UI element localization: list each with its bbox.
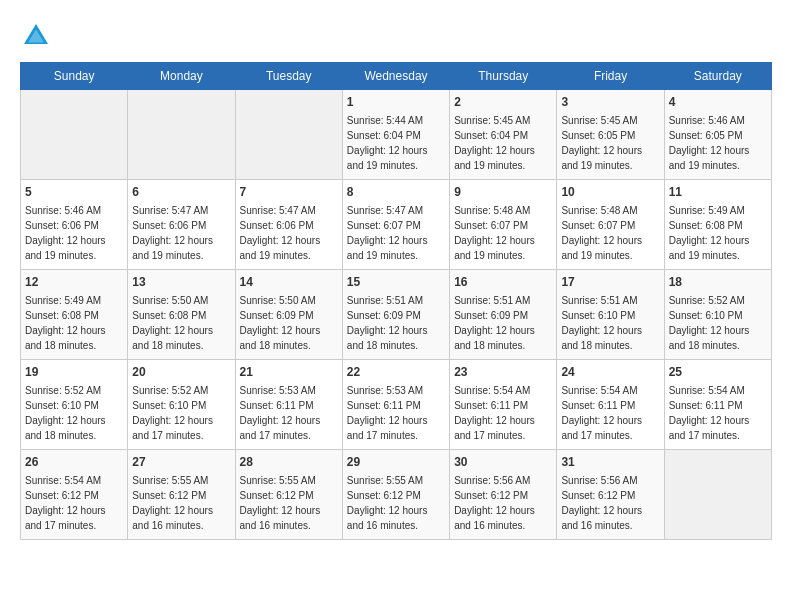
- day-info: Sunrise: 5:47 AM Sunset: 6:06 PM Dayligh…: [132, 205, 213, 261]
- day-info: Sunrise: 5:55 AM Sunset: 6:12 PM Dayligh…: [240, 475, 321, 531]
- day-number: 28: [240, 454, 338, 471]
- calendar-cell: 18Sunrise: 5:52 AM Sunset: 6:10 PM Dayli…: [664, 270, 771, 360]
- calendar-cell: 3Sunrise: 5:45 AM Sunset: 6:05 PM Daylig…: [557, 90, 664, 180]
- day-info: Sunrise: 5:45 AM Sunset: 6:05 PM Dayligh…: [561, 115, 642, 171]
- day-number: 12: [25, 274, 123, 291]
- calendar-cell: 6Sunrise: 5:47 AM Sunset: 6:06 PM Daylig…: [128, 180, 235, 270]
- day-info: Sunrise: 5:49 AM Sunset: 6:08 PM Dayligh…: [25, 295, 106, 351]
- weekday-tuesday: Tuesday: [235, 63, 342, 90]
- day-info: Sunrise: 5:50 AM Sunset: 6:08 PM Dayligh…: [132, 295, 213, 351]
- calendar-cell: [128, 90, 235, 180]
- day-number: 25: [669, 364, 767, 381]
- calendar-cell: 1Sunrise: 5:44 AM Sunset: 6:04 PM Daylig…: [342, 90, 449, 180]
- day-number: 2: [454, 94, 552, 111]
- day-number: 24: [561, 364, 659, 381]
- day-number: 8: [347, 184, 445, 201]
- calendar-cell: 27Sunrise: 5:55 AM Sunset: 6:12 PM Dayli…: [128, 450, 235, 540]
- day-number: 6: [132, 184, 230, 201]
- day-number: 30: [454, 454, 552, 471]
- week-row-1: 1Sunrise: 5:44 AM Sunset: 6:04 PM Daylig…: [21, 90, 772, 180]
- calendar-cell: 8Sunrise: 5:47 AM Sunset: 6:07 PM Daylig…: [342, 180, 449, 270]
- day-info: Sunrise: 5:44 AM Sunset: 6:04 PM Dayligh…: [347, 115, 428, 171]
- page-header: [20, 20, 772, 52]
- calendar-cell: 22Sunrise: 5:53 AM Sunset: 6:11 PM Dayli…: [342, 360, 449, 450]
- day-info: Sunrise: 5:53 AM Sunset: 6:11 PM Dayligh…: [240, 385, 321, 441]
- weekday-saturday: Saturday: [664, 63, 771, 90]
- day-number: 14: [240, 274, 338, 291]
- day-number: 13: [132, 274, 230, 291]
- day-number: 31: [561, 454, 659, 471]
- week-row-4: 19Sunrise: 5:52 AM Sunset: 6:10 PM Dayli…: [21, 360, 772, 450]
- calendar-cell: 31Sunrise: 5:56 AM Sunset: 6:12 PM Dayli…: [557, 450, 664, 540]
- calendar-cell: 17Sunrise: 5:51 AM Sunset: 6:10 PM Dayli…: [557, 270, 664, 360]
- calendar-cell: 16Sunrise: 5:51 AM Sunset: 6:09 PM Dayli…: [450, 270, 557, 360]
- calendar-cell: 4Sunrise: 5:46 AM Sunset: 6:05 PM Daylig…: [664, 90, 771, 180]
- calendar-cell: 14Sunrise: 5:50 AM Sunset: 6:09 PM Dayli…: [235, 270, 342, 360]
- day-info: Sunrise: 5:51 AM Sunset: 6:09 PM Dayligh…: [347, 295, 428, 351]
- day-number: 5: [25, 184, 123, 201]
- day-info: Sunrise: 5:51 AM Sunset: 6:10 PM Dayligh…: [561, 295, 642, 351]
- day-number: 29: [347, 454, 445, 471]
- day-info: Sunrise: 5:49 AM Sunset: 6:08 PM Dayligh…: [669, 205, 750, 261]
- week-row-5: 26Sunrise: 5:54 AM Sunset: 6:12 PM Dayli…: [21, 450, 772, 540]
- day-number: 20: [132, 364, 230, 381]
- day-number: 10: [561, 184, 659, 201]
- day-number: 3: [561, 94, 659, 111]
- calendar-header: SundayMondayTuesdayWednesdayThursdayFrid…: [21, 63, 772, 90]
- day-info: Sunrise: 5:56 AM Sunset: 6:12 PM Dayligh…: [561, 475, 642, 531]
- day-number: 27: [132, 454, 230, 471]
- weekday-sunday: Sunday: [21, 63, 128, 90]
- logo: [20, 20, 56, 52]
- calendar-cell: 19Sunrise: 5:52 AM Sunset: 6:10 PM Dayli…: [21, 360, 128, 450]
- calendar-table: SundayMondayTuesdayWednesdayThursdayFrid…: [20, 62, 772, 540]
- day-info: Sunrise: 5:55 AM Sunset: 6:12 PM Dayligh…: [347, 475, 428, 531]
- calendar-cell: 7Sunrise: 5:47 AM Sunset: 6:06 PM Daylig…: [235, 180, 342, 270]
- calendar-cell: 30Sunrise: 5:56 AM Sunset: 6:12 PM Dayli…: [450, 450, 557, 540]
- calendar-cell: 15Sunrise: 5:51 AM Sunset: 6:09 PM Dayli…: [342, 270, 449, 360]
- day-info: Sunrise: 5:56 AM Sunset: 6:12 PM Dayligh…: [454, 475, 535, 531]
- day-number: 16: [454, 274, 552, 291]
- calendar-cell: 12Sunrise: 5:49 AM Sunset: 6:08 PM Dayli…: [21, 270, 128, 360]
- calendar-cell: 29Sunrise: 5:55 AM Sunset: 6:12 PM Dayli…: [342, 450, 449, 540]
- day-info: Sunrise: 5:52 AM Sunset: 6:10 PM Dayligh…: [132, 385, 213, 441]
- weekday-header-row: SundayMondayTuesdayWednesdayThursdayFrid…: [21, 63, 772, 90]
- day-number: 7: [240, 184, 338, 201]
- calendar-cell: [21, 90, 128, 180]
- day-info: Sunrise: 5:48 AM Sunset: 6:07 PM Dayligh…: [561, 205, 642, 261]
- calendar-cell: [664, 450, 771, 540]
- calendar-cell: 24Sunrise: 5:54 AM Sunset: 6:11 PM Dayli…: [557, 360, 664, 450]
- calendar-cell: 28Sunrise: 5:55 AM Sunset: 6:12 PM Dayli…: [235, 450, 342, 540]
- day-number: 4: [669, 94, 767, 111]
- day-number: 21: [240, 364, 338, 381]
- weekday-thursday: Thursday: [450, 63, 557, 90]
- day-info: Sunrise: 5:48 AM Sunset: 6:07 PM Dayligh…: [454, 205, 535, 261]
- day-info: Sunrise: 5:47 AM Sunset: 6:07 PM Dayligh…: [347, 205, 428, 261]
- day-info: Sunrise: 5:53 AM Sunset: 6:11 PM Dayligh…: [347, 385, 428, 441]
- calendar-cell: 23Sunrise: 5:54 AM Sunset: 6:11 PM Dayli…: [450, 360, 557, 450]
- day-number: 19: [25, 364, 123, 381]
- day-info: Sunrise: 5:45 AM Sunset: 6:04 PM Dayligh…: [454, 115, 535, 171]
- calendar-cell: 26Sunrise: 5:54 AM Sunset: 6:12 PM Dayli…: [21, 450, 128, 540]
- weekday-friday: Friday: [557, 63, 664, 90]
- day-number: 11: [669, 184, 767, 201]
- weekday-monday: Monday: [128, 63, 235, 90]
- day-info: Sunrise: 5:47 AM Sunset: 6:06 PM Dayligh…: [240, 205, 321, 261]
- day-info: Sunrise: 5:54 AM Sunset: 6:11 PM Dayligh…: [561, 385, 642, 441]
- calendar-cell: 25Sunrise: 5:54 AM Sunset: 6:11 PM Dayli…: [664, 360, 771, 450]
- day-info: Sunrise: 5:54 AM Sunset: 6:11 PM Dayligh…: [669, 385, 750, 441]
- calendar-cell: 11Sunrise: 5:49 AM Sunset: 6:08 PM Dayli…: [664, 180, 771, 270]
- calendar-cell: 20Sunrise: 5:52 AM Sunset: 6:10 PM Dayli…: [128, 360, 235, 450]
- day-number: 17: [561, 274, 659, 291]
- day-number: 26: [25, 454, 123, 471]
- day-info: Sunrise: 5:50 AM Sunset: 6:09 PM Dayligh…: [240, 295, 321, 351]
- day-info: Sunrise: 5:46 AM Sunset: 6:06 PM Dayligh…: [25, 205, 106, 261]
- calendar-body: 1Sunrise: 5:44 AM Sunset: 6:04 PM Daylig…: [21, 90, 772, 540]
- calendar-cell: 2Sunrise: 5:45 AM Sunset: 6:04 PM Daylig…: [450, 90, 557, 180]
- calendar-cell: 10Sunrise: 5:48 AM Sunset: 6:07 PM Dayli…: [557, 180, 664, 270]
- day-info: Sunrise: 5:51 AM Sunset: 6:09 PM Dayligh…: [454, 295, 535, 351]
- day-info: Sunrise: 5:52 AM Sunset: 6:10 PM Dayligh…: [25, 385, 106, 441]
- calendar-cell: 5Sunrise: 5:46 AM Sunset: 6:06 PM Daylig…: [21, 180, 128, 270]
- day-info: Sunrise: 5:52 AM Sunset: 6:10 PM Dayligh…: [669, 295, 750, 351]
- calendar-cell: 9Sunrise: 5:48 AM Sunset: 6:07 PM Daylig…: [450, 180, 557, 270]
- day-info: Sunrise: 5:46 AM Sunset: 6:05 PM Dayligh…: [669, 115, 750, 171]
